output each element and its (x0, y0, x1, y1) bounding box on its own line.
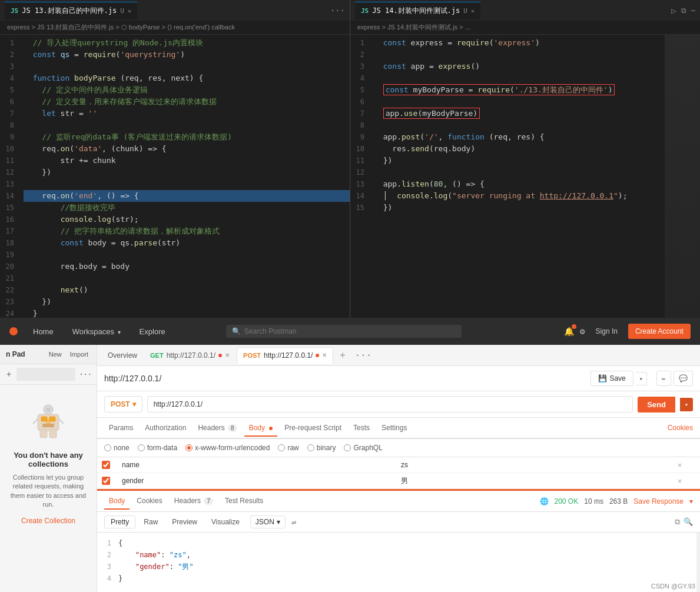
tab-tests[interactable]: Tests (349, 420, 374, 437)
radio-form-data[interactable]: form-data (138, 444, 177, 452)
resp-tab-test-results[interactable]: Test Results (220, 493, 268, 510)
tab-settings[interactable]: Settings (377, 420, 412, 437)
format-raw-button[interactable]: Raw (138, 516, 164, 528)
method-select[interactable]: POST ▾ (104, 396, 142, 413)
left-tab-label: JS 13.封装自己的中间件.js (22, 6, 117, 16)
row-gender-delete-icon[interactable]: ✕ (678, 477, 695, 485)
radio-urlencoded-input[interactable] (185, 444, 193, 451)
cookies-link[interactable]: Cookies (668, 424, 693, 432)
tab-params[interactable]: Params (104, 420, 138, 437)
run-button[interactable]: ▷ (671, 6, 676, 15)
notifications-button[interactable]: 🔔 (564, 327, 574, 336)
left-tab-bar: JS JS 13.封装自己的中间件.js U ✕ ··· (0, 0, 350, 21)
url-input[interactable] (147, 396, 633, 413)
save-button[interactable]: 💾 Save (590, 371, 633, 386)
left-tab[interactable]: JS JS 13.封装自己的中间件.js U ✕ (5, 2, 137, 19)
radio-raw[interactable]: raw (278, 444, 298, 452)
row-gender-checkbox[interactable] (102, 477, 110, 485)
radio-none-input[interactable] (104, 444, 111, 451)
row-name-checkbox[interactable] (102, 461, 110, 469)
search-icon[interactable]: 🔍 (684, 517, 693, 527)
right-tab[interactable]: JS JS 14.封装中间件测试.js U ✕ (355, 2, 480, 19)
right-code-area[interactable]: 1 const express = require('express') 2 3… (350, 35, 665, 318)
format-pretty-button[interactable]: Pretty (104, 515, 135, 528)
line-2: 2 const qs = require('querystring') (0, 49, 350, 61)
radio-raw-input[interactable] (278, 444, 285, 451)
resp-tab-headers[interactable]: Headers 7 (170, 493, 218, 510)
tab-overview-label: Overview (108, 351, 137, 360)
get-tab-close-icon[interactable]: ✕ (225, 352, 230, 358)
radio-urlencoded[interactable]: x-www-form-urlencoded (185, 444, 270, 452)
post-tab-close-icon[interactable]: ✕ (322, 352, 327, 358)
radio-graphql-input[interactable] (344, 444, 351, 451)
create-collection-link[interactable]: Create Collection (21, 517, 75, 525)
search-bar[interactable]: 🔍 (226, 325, 462, 338)
tab-pre-request[interactable]: Pre-request Script (280, 420, 346, 437)
sign-in-button[interactable]: Sign In (591, 325, 622, 338)
left-breadcrumb: express > JS 13.封装自己的中间件.js > ⬡ bodyPars… (0, 21, 350, 35)
resp-tab-body[interactable]: Body (104, 493, 130, 510)
no-collections-desc: Collections let you group related reques… (7, 473, 89, 510)
nav-explore[interactable]: Explore (136, 325, 169, 338)
create-account-button[interactable]: Create Account (628, 324, 691, 339)
radio-form-data-input[interactable] (138, 444, 145, 451)
left-code-area[interactable]: 1 // 导入处理querystring 的Node.js内置模块 2 cons… (0, 35, 350, 318)
split-button[interactable]: ⧉ (681, 6, 686, 15)
import-button[interactable]: Import (68, 350, 91, 359)
tab-headers[interactable]: Headers 8 (193, 420, 241, 437)
response-scrollbar[interactable] (696, 533, 700, 592)
sidebar-title: n Pad (6, 350, 25, 358)
sidebar-menu-icon[interactable]: ··· (79, 370, 92, 378)
tab-get[interactable]: GET http://127.0.0.1/ ✕ (144, 347, 235, 364)
tab-menu-button[interactable]: ··· (352, 347, 374, 363)
tab-post[interactable]: POST http://127.0.0.1/ ✕ (237, 347, 333, 364)
right-tab-close[interactable]: ✕ (471, 8, 475, 14)
row-name-value[interactable] (399, 460, 678, 470)
format-type-select[interactable]: JSON ▾ (250, 515, 286, 528)
response-icons: ⧉ 🔍 (675, 517, 693, 527)
r-line-1: 1 const express = require('express') (350, 37, 665, 49)
svg-point-1 (46, 407, 51, 412)
line-23: 23 }) (0, 296, 350, 308)
r-line-3: 3 const app = express() (350, 61, 665, 72)
tab-authorization[interactable]: Authorization (140, 420, 191, 437)
sidebar-search[interactable] (16, 368, 75, 381)
resp-tab-cookies[interactable]: Cookies (132, 493, 167, 510)
add-icon[interactable]: ＋ (5, 369, 13, 380)
more-button[interactable]: ⋯ (691, 6, 695, 15)
radio-graphql[interactable]: GraphQL (344, 444, 382, 452)
tab-overview[interactable]: Overview (102, 347, 143, 364)
notification-badge (572, 324, 576, 329)
r-line-6: 6 (350, 96, 665, 108)
search-input[interactable] (244, 327, 456, 335)
tab-menu-button[interactable]: ··· (330, 6, 345, 15)
no-collections-title: You don't have any collections (7, 451, 89, 468)
radio-binary-input[interactable] (307, 444, 314, 451)
save-response-button[interactable]: Save Response (633, 497, 684, 505)
new-button[interactable]: New (47, 350, 64, 359)
row-name-delete-icon[interactable]: ✕ (678, 461, 695, 469)
add-tab-button[interactable]: ＋ (334, 347, 351, 364)
comment-button[interactable]: 💬 (674, 371, 693, 386)
row-name-key[interactable] (120, 460, 399, 470)
word-wrap-icon[interactable]: ⇌ (291, 517, 296, 527)
radio-none[interactable]: none (104, 444, 130, 452)
tab-body[interactable]: Body (244, 420, 278, 437)
edit-button[interactable]: ✏ (656, 371, 671, 386)
settings-button[interactable]: ⚙ (580, 327, 585, 336)
row-gender-value[interactable] (399, 475, 678, 486)
radio-binary[interactable]: binary (307, 444, 336, 452)
send-dropdown-button[interactable]: ▾ (680, 398, 693, 411)
format-visualize-button[interactable]: Visualize (205, 516, 246, 528)
copy-icon[interactable]: ⧉ (675, 517, 680, 527)
nav-home[interactable]: Home (29, 325, 57, 338)
format-preview-button[interactable]: Preview (166, 516, 203, 528)
postman-body: n Pad New Import ＋ ··· (0, 345, 700, 592)
row-gender-key[interactable] (120, 475, 399, 486)
status-globe-icon: 🌐 (540, 497, 549, 505)
send-button[interactable]: Send (638, 397, 675, 413)
save-response-arrow[interactable]: ▾ (689, 497, 693, 505)
save-dropdown-button[interactable]: ▾ (636, 372, 647, 385)
left-tab-close[interactable]: ✕ (128, 8, 131, 14)
nav-workspaces[interactable]: Workspaces ▾ (69, 325, 124, 338)
